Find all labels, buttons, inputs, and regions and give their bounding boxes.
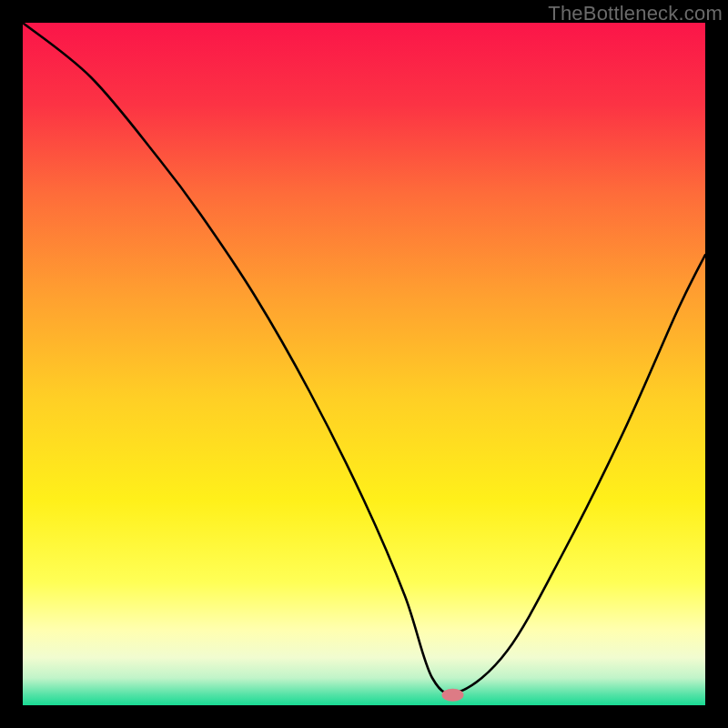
chart-root: TheBottleneck.com	[0, 0, 728, 728]
chart-svg	[0, 0, 728, 728]
plot-background	[23, 23, 705, 705]
minimum-marker	[442, 689, 464, 702]
watermark-text: TheBottleneck.com	[548, 2, 723, 25]
